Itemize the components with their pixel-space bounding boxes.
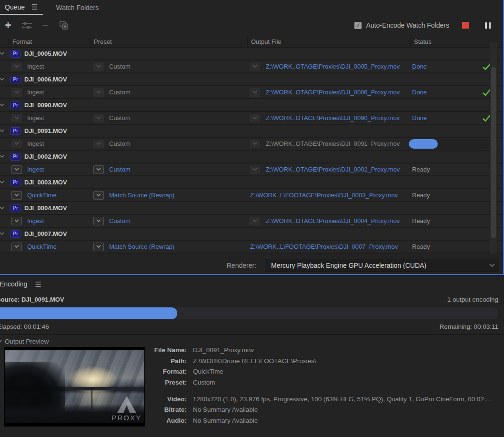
format-cell[interactable]: Ingest (9, 62, 90, 71)
collapse-chevron-icon[interactable] (0, 103, 5, 107)
format-cell[interactable]: Ingest (9, 217, 90, 225)
panel-menu-icon[interactable]: ☰ (35, 281, 41, 288)
collapse-chevron-icon[interactable] (0, 232, 5, 235)
queue-item-source-row[interactable]: PrDJI_0004.MOV (0, 202, 503, 215)
tab-watch-folders[interactable]: Watch Folders (51, 0, 104, 15)
preset-cell[interactable]: Custom (90, 140, 247, 148)
remove-source-button[interactable]: − (40, 19, 50, 32)
queue-item-output-row[interactable]: IngestCustomZ:\WORK..OTAGE\Proxies\DJI_0… (0, 215, 503, 228)
tab-queue[interactable]: Queue ☰ (0, 0, 43, 15)
collapse-chevron-icon[interactable] (0, 52, 5, 55)
queue-item-output-row[interactable]: IngestCustomZ:\WORK..OTAGE\Proxies\DJI_0… (0, 163, 503, 176)
output-file-cell[interactable]: Z:\WORK..OTAGE\Proxies\DJI_0090_Proxy.mo… (247, 114, 410, 122)
chevron-down-icon[interactable] (11, 88, 22, 97)
queue-item-source-row[interactable]: PrDJI_0091.MOV (0, 125, 503, 138)
preset-cell[interactable]: Match Source (Rewrap) (90, 243, 247, 251)
chevron-down-icon[interactable] (11, 165, 22, 174)
format-cell[interactable]: QuickTime (9, 243, 90, 251)
output-file-link[interactable]: Z:\WORK..OTAGE\Proxies\DJI_0091_Proxy.mo… (266, 140, 400, 147)
output-file-cell[interactable]: Z:\WORK..OTAGE\Proxies\DJI_0005_Proxy.mo… (247, 62, 410, 71)
chevron-down-icon[interactable] (250, 140, 260, 148)
output-file-link[interactable]: Z:\WORK..OTAGE\Proxies\DJI_0005_Proxy.mo… (266, 63, 400, 70)
output-file-cell[interactable]: Z:\WORK..L\FOOTAGE\Proxies\DJI_0003_Prox… (247, 192, 410, 199)
collapse-chevron-icon[interactable] (0, 129, 5, 132)
format-value[interactable]: Ingest (27, 89, 44, 96)
output-file-link[interactable]: Z:\WORK..OTAGE\Proxies\DJI_0090_Proxy.mo… (266, 114, 400, 122)
chevron-down-icon[interactable] (93, 140, 104, 148)
preset-cell[interactable]: Custom (90, 62, 247, 71)
output-file-cell[interactable]: Z:\WORK..OTAGE\Proxies\DJI_0091_Proxy.mo… (247, 140, 410, 148)
output-file-cell[interactable]: Z:\WORK..OTAGE\Proxies\DJI_0002_Proxy.mo… (247, 165, 410, 174)
pause-queue-button[interactable] (485, 22, 491, 29)
preset-settings-icon[interactable] (22, 21, 32, 30)
queue-item-output-row[interactable]: QuickTimeMatch Source (Rewrap)Z:\WORK..L… (0, 241, 503, 254)
chevron-down-icon[interactable] (11, 114, 22, 122)
queue-item-output-row[interactable]: IngestCustomZ:\WORK..OTAGE\Proxies\DJI_0… (0, 138, 503, 151)
chevron-down-icon[interactable] (93, 217, 104, 225)
chevron-down-icon[interactable] (250, 114, 260, 122)
chevron-down-icon[interactable] (11, 140, 22, 148)
chevron-down-icon[interactable] (11, 243, 22, 251)
panel-menu-icon[interactable]: ☰ (31, 3, 38, 10)
preset-value[interactable]: Custom (109, 217, 131, 224)
output-file-cell[interactable]: Z:\WORK..OTAGE\Proxies\DJI_0006_Proxy.mo… (247, 88, 410, 97)
format-cell[interactable]: Ingest (9, 114, 90, 122)
output-file-link[interactable]: Z:\WORK..L\FOOTAGE\Proxies\DJI_0003_Prox… (250, 192, 398, 199)
preset-cell[interactable]: Match Source (Rewrap) (90, 191, 247, 200)
chevron-down-icon[interactable] (93, 165, 104, 174)
chevron-down-icon[interactable] (11, 191, 22, 200)
add-source-button[interactable]: + (2, 19, 14, 32)
format-cell[interactable]: Ingest (9, 88, 90, 97)
queue-item-output-row[interactable]: IngestCustomZ:\WORK..OTAGE\Proxies\DJI_0… (0, 61, 503, 73)
preset-cell[interactable]: Custom (90, 114, 247, 122)
format-value[interactable]: Ingest (27, 140, 44, 147)
format-cell[interactable]: QuickTime (9, 191, 90, 200)
output-file-link[interactable]: Z:\WORK..OTAGE\Proxies\DJI_0002_Proxy.mo… (266, 166, 400, 173)
format-cell[interactable]: Ingest (9, 140, 90, 148)
preset-cell[interactable]: Custom (90, 217, 247, 225)
preset-value[interactable]: Match Source (Rewrap) (109, 243, 174, 250)
chevron-down-icon[interactable] (93, 88, 104, 97)
preset-cell[interactable]: Custom (90, 165, 247, 174)
queue-item-source-row[interactable]: PrDJI_0006.MOV (0, 73, 503, 86)
queue-item-source-row[interactable]: PrDJI_0090.MOV (0, 99, 503, 112)
preset-cell[interactable]: Custom (90, 88, 247, 97)
chevron-down-icon[interactable] (93, 62, 104, 71)
format-value[interactable]: Ingest (27, 63, 44, 70)
preset-value[interactable]: Custom (109, 89, 131, 96)
chevron-down-icon[interactable] (93, 243, 104, 251)
format-value[interactable]: QuickTime (27, 192, 57, 199)
queue-item-source-row[interactable]: PrDJI_0002.MOV (0, 151, 503, 163)
auto-encode-checkbox[interactable]: ✓ (354, 22, 362, 29)
format-value[interactable]: Ingest (27, 217, 44, 224)
chevron-down-icon[interactable] (11, 217, 22, 225)
preset-value[interactable]: Custom (109, 166, 131, 173)
queue-item-source-row[interactable]: PrDJI_0007.MOV (0, 228, 503, 241)
queue-item-source-row[interactable]: PrDJI_0005.MOV (0, 48, 503, 61)
format-value[interactable]: QuickTime (27, 243, 57, 250)
chevron-down-icon[interactable] (93, 191, 104, 200)
output-file-link[interactable]: Z:\WORK..L\FOOTAGE\Proxies\DJI_0007_Prox… (250, 243, 398, 250)
output-file-cell[interactable]: Z:\WORK..OTAGE\Proxies\DJI_0004_Proxy.mo… (247, 217, 410, 225)
collapse-chevron-icon[interactable] (0, 181, 5, 184)
output-file-link[interactable]: Z:\WORK..OTAGE\Proxies\DJI_0006_Proxy.mo… (266, 89, 400, 96)
queue-item-output-row[interactable]: QuickTimeMatch Source (Rewrap)Z:\WORK..L… (0, 189, 503, 202)
queue-scrollbar-thumb[interactable] (491, 67, 496, 238)
queue-item-output-row[interactable]: IngestCustomZ:\WORK..OTAGE\Proxies\DJI_0… (0, 86, 503, 99)
chevron-down-icon[interactable] (11, 62, 22, 71)
format-cell[interactable]: Ingest (9, 165, 90, 174)
collapse-chevron-icon[interactable] (0, 206, 5, 210)
output-file-link[interactable]: Z:\WORK..OTAGE\Proxies\DJI_0004_Proxy.mo… (266, 217, 400, 224)
renderer-select[interactable]: Mercury Playback Engine GPU Acceleration… (265, 259, 499, 272)
format-value[interactable]: Ingest (27, 114, 44, 122)
preset-value[interactable]: Custom (109, 114, 131, 122)
queue-scrollbar-track[interactable] (490, 42, 497, 254)
collapse-chevron-icon[interactable] (0, 155, 5, 158)
chevron-down-icon[interactable] (250, 88, 260, 97)
chevron-down-icon[interactable] (93, 114, 104, 122)
preset-value[interactable]: Custom (109, 140, 131, 147)
preset-value[interactable]: Match Source (Rewrap) (109, 192, 174, 199)
output-file-cell[interactable]: Z:\WORK..L\FOOTAGE\Proxies\DJI_0007_Prox… (247, 243, 410, 250)
queue-item-output-row[interactable]: IngestCustomZ:\WORK..OTAGE\Proxies\DJI_0… (0, 112, 503, 125)
preset-value[interactable]: Custom (109, 63, 131, 70)
